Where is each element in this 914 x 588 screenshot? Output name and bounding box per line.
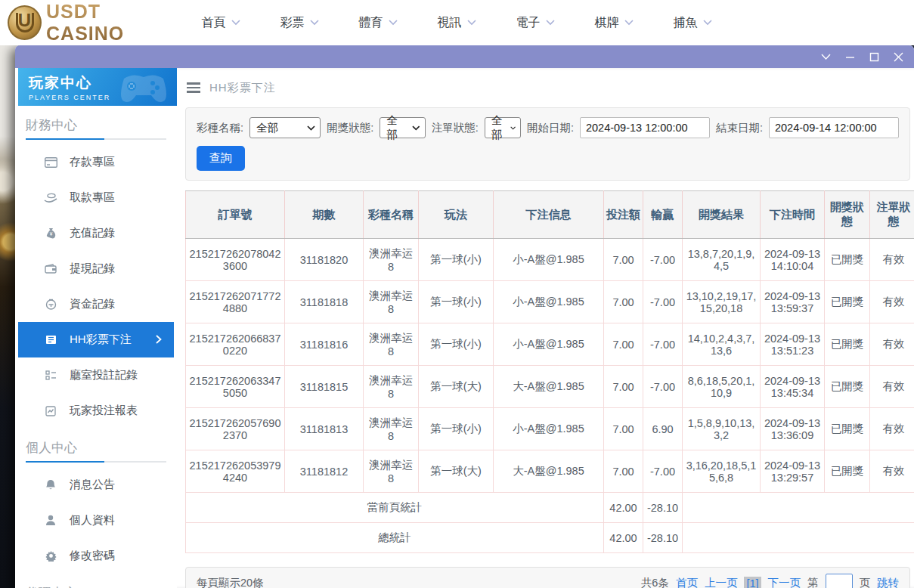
table-cell: 有效 bbox=[870, 366, 914, 408]
sidebar-item-recharge-records[interactable]: ¥ 充值記錄 bbox=[18, 215, 177, 251]
finance-list: 存款專區 取款專區 ¥ 充值記錄 提現記錄 bbox=[18, 140, 177, 429]
end-date-input[interactable] bbox=[769, 117, 899, 138]
sidebar-item-withdraw-zone[interactable]: 取款專區 bbox=[18, 180, 177, 215]
sidebar-item-change-password[interactable]: 修改密碼 bbox=[18, 538, 177, 574]
summary-label: 當前頁統計 bbox=[186, 493, 604, 523]
summary-empty-cell bbox=[683, 523, 914, 553]
first-page-link[interactable]: 首页 bbox=[676, 576, 698, 588]
next-page-link[interactable]: 下一页 bbox=[768, 576, 801, 588]
summary-row: 當前頁統計42.00-28.10 bbox=[186, 493, 914, 523]
jump-link[interactable]: 跳转 bbox=[877, 576, 899, 588]
sidebar-item-deposit-zone[interactable]: 存款專區 bbox=[18, 144, 177, 180]
chevron-down-icon bbox=[546, 20, 555, 26]
sidebar-item-funds-records[interactable]: 資金記錄 bbox=[18, 286, 177, 322]
nav-item-home[interactable]: 首頁 bbox=[181, 15, 260, 31]
table-cell: 2024-09-13 14:10:04 bbox=[761, 239, 825, 281]
sidebar-item-player-bet-report[interactable]: 玩家投注報表 bbox=[18, 393, 177, 429]
collapse-icon[interactable] bbox=[819, 50, 832, 63]
list-icon bbox=[44, 370, 57, 380]
draw-status-select[interactable]: 全部 bbox=[380, 117, 425, 138]
table-cell: 澳洲幸运8 bbox=[364, 323, 419, 366]
nav-item-lottery[interactable]: 彩票 bbox=[260, 15, 339, 31]
sidebar-item-profile[interactable]: 個人資料 bbox=[18, 503, 177, 538]
chevron-down-icon bbox=[412, 125, 420, 131]
nav-item-slots[interactable]: 電子 bbox=[496, 15, 575, 31]
table-cell: 有效 bbox=[870, 408, 914, 450]
table-header-cell: 開獎狀態 bbox=[825, 191, 870, 239]
page-jump-input[interactable] bbox=[826, 574, 853, 588]
table-cell: 1,5,8,9,10,13,3,2 bbox=[683, 408, 761, 450]
sidebar-item-withdraw-records[interactable]: 提現記錄 bbox=[18, 251, 177, 286]
end-date-label: 結束日期: bbox=[716, 121, 763, 135]
table-row: 215217262071772488031181818澳洲幸运8第一球(小)小-… bbox=[186, 281, 914, 323]
start-date-input[interactable] bbox=[580, 117, 710, 138]
nav-item-label: 體育 bbox=[359, 15, 383, 31]
table-cell: 8,6,18,5,20,1,10,9 bbox=[683, 366, 761, 408]
table-cell: 第一球(小) bbox=[419, 323, 494, 366]
summary-label: 總統計 bbox=[186, 523, 604, 553]
bets-table: 訂單號期數彩種名稱玩法下注信息投注額輸贏開獎結果下注時間開獎狀態注單狀態 215… bbox=[185, 190, 914, 553]
table-cell: -7.00 bbox=[643, 450, 683, 493]
table-row: 215217262063347505031181815澳洲幸运8第一球(大)大-… bbox=[186, 366, 914, 408]
table-cell: 大-A盤@1.985 bbox=[494, 366, 604, 408]
table-cell: 2024-09-13 13:45:34 bbox=[761, 366, 825, 408]
hand-money-icon bbox=[44, 193, 57, 203]
book-icon bbox=[44, 335, 57, 345]
start-date-label: 開始日期: bbox=[527, 121, 574, 135]
nav-item-cards[interactable]: 棋牌 bbox=[575, 15, 653, 31]
table-header-cell: 下注信息 bbox=[494, 191, 604, 239]
logo[interactable]: U USDT CASINO bbox=[8, 1, 181, 45]
hamburger-menu-icon[interactable] bbox=[187, 82, 200, 93]
minimize-icon[interactable] bbox=[843, 50, 857, 63]
table-cell: 7.00 bbox=[604, 323, 643, 366]
nav-item-label: 棋牌 bbox=[595, 15, 619, 31]
table-cell: 2024-09-13 13:36:09 bbox=[761, 408, 825, 450]
table-header-cell: 訂單號 bbox=[186, 191, 285, 239]
sidebar-item-room-bet-records[interactable]: 廳室投註記錄 bbox=[18, 357, 177, 393]
lottery-name-select[interactable]: 全部 bbox=[249, 117, 321, 138]
table-header-cell: 輸贏 bbox=[643, 191, 683, 239]
sidebar-item-hh-lottery-bets[interactable]: HH彩票下注 bbox=[18, 322, 174, 357]
order-status-select[interactable]: 全部 bbox=[485, 117, 521, 138]
table-header-cell: 彩種名稱 bbox=[364, 191, 419, 239]
nav-item-sports[interactable]: 體育 bbox=[339, 15, 417, 31]
table-row: 215217262057690237031181813澳洲幸运8第一球(小)小-… bbox=[186, 408, 914, 450]
table-cell: 2152172620576902370 bbox=[186, 408, 285, 450]
table-cell: 有效 bbox=[870, 281, 914, 323]
maximize-icon[interactable] bbox=[867, 50, 881, 63]
table-cell: 7.00 bbox=[604, 366, 643, 408]
window-body: 玩家中心 PLAYERS CENTER 財務中心 存款專區 bbox=[15, 68, 914, 588]
table-cell: 31181813 bbox=[285, 408, 364, 450]
chevron-right-icon bbox=[156, 333, 162, 346]
table-cell: 第一球(大) bbox=[419, 366, 494, 408]
table-header-cell: 注單狀態 bbox=[870, 191, 914, 239]
nav-item-label: 彩票 bbox=[280, 15, 305, 31]
coin-purse-icon bbox=[44, 299, 57, 310]
summary-empty-cell bbox=[683, 493, 914, 523]
table-cell: 小-A盤@1.985 bbox=[494, 239, 604, 281]
chevron-down-icon bbox=[231, 20, 240, 26]
chevron-down-icon bbox=[624, 20, 634, 26]
nav-item-fishing[interactable]: 捕魚 bbox=[653, 15, 732, 31]
prev-page-link[interactable]: 上一页 bbox=[705, 576, 738, 588]
table-cell: 澳洲幸运8 bbox=[364, 408, 419, 450]
table-body: 215217262078042360031181820澳洲幸运8第一球(小)小-… bbox=[186, 239, 914, 553]
report-chart-icon bbox=[44, 406, 57, 416]
table-cell: 有效 bbox=[870, 323, 914, 366]
lottery-name-label: 彩種名稱: bbox=[197, 121, 243, 135]
close-icon[interactable] bbox=[891, 50, 905, 63]
page-title: HH彩票下注 bbox=[209, 81, 276, 95]
sidebar-item-announcements[interactable]: 消息公告 bbox=[18, 467, 177, 503]
table-cell: 14,10,2,4,3,7,13,6 bbox=[683, 323, 761, 366]
search-button[interactable]: 查詢 bbox=[197, 146, 245, 171]
bell-icon bbox=[44, 479, 57, 491]
table-cell: -7.00 bbox=[643, 323, 683, 366]
nav-items: 首頁 彩票 體育 視訊 電子 棋牌 bbox=[181, 15, 914, 31]
table-cell: 小-A盤@1.985 bbox=[494, 323, 604, 366]
chevron-down-icon bbox=[310, 20, 319, 26]
total-count-text: 共6条 bbox=[641, 576, 669, 588]
table-cell: 有效 bbox=[870, 239, 914, 281]
window-titlebar bbox=[15, 45, 914, 68]
player-center-window: 玩家中心 PLAYERS CENTER 財務中心 存款專區 bbox=[15, 45, 914, 588]
nav-item-live[interactable]: 視訊 bbox=[417, 15, 496, 31]
